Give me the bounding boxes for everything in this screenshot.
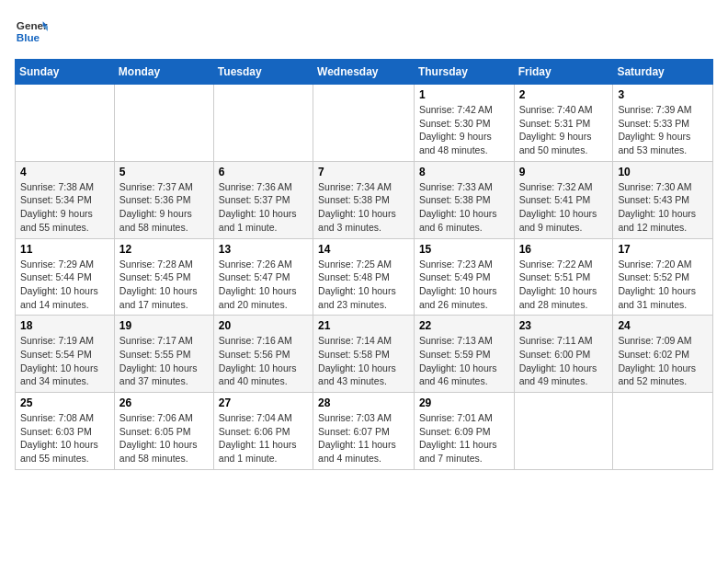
day-number: 16: [519, 243, 609, 256]
calendar-cell: 3Sunrise: 7:39 AMSunset: 5:33 PMDaylight…: [613, 85, 713, 162]
calendar-cell: [313, 85, 415, 162]
calendar-cell: 24Sunrise: 7:09 AMSunset: 6:02 PMDayligh…: [613, 316, 713, 393]
page-header: General Blue: [15, 15, 713, 48]
day-number: 9: [519, 166, 609, 178]
day-number: 5: [119, 166, 209, 178]
weekday-header: Friday: [514, 60, 613, 85]
day-number: 28: [318, 396, 409, 409]
day-info: Sunrise: 7:29 AMSunset: 5:44 PMDaylight:…: [20, 258, 109, 312]
day-info: Sunrise: 7:17 AMSunset: 5:55 PMDaylight:…: [119, 334, 209, 388]
day-info: Sunrise: 7:01 AMSunset: 6:09 PMDaylight:…: [419, 411, 509, 465]
day-number: 26: [119, 396, 209, 409]
calendar-cell: 10Sunrise: 7:30 AMSunset: 5:43 PMDayligh…: [613, 161, 713, 238]
calendar-cell: 15Sunrise: 7:23 AMSunset: 5:49 PMDayligh…: [414, 238, 514, 316]
logo-icon: General Blue: [15, 15, 48, 48]
day-info: Sunrise: 7:11 AMSunset: 6:00 PMDaylight:…: [519, 334, 609, 388]
calendar-cell: 17Sunrise: 7:20 AMSunset: 5:52 PMDayligh…: [613, 238, 713, 316]
calendar-cell: [213, 85, 313, 162]
day-info: Sunrise: 7:42 AMSunset: 5:30 PMDaylight:…: [419, 103, 509, 157]
day-number: 29: [419, 396, 509, 409]
day-info: Sunrise: 7:37 AMSunset: 5:36 PMDaylight:…: [119, 180, 209, 235]
calendar-cell: 11Sunrise: 7:29 AMSunset: 5:44 PMDayligh…: [16, 238, 115, 316]
day-info: Sunrise: 7:06 AMSunset: 6:05 PMDaylight:…: [119, 411, 209, 465]
weekday-header: Sunday: [16, 60, 115, 85]
calendar-week-row: 11Sunrise: 7:29 AMSunset: 5:44 PMDayligh…: [16, 238, 713, 316]
day-number: 10: [618, 166, 708, 178]
calendar-cell: 26Sunrise: 7:06 AMSunset: 6:05 PMDayligh…: [114, 393, 213, 470]
calendar-cell: 18Sunrise: 7:19 AMSunset: 5:54 PMDayligh…: [16, 316, 115, 393]
day-info: Sunrise: 7:34 AMSunset: 5:38 PMDaylight:…: [318, 180, 409, 235]
calendar-cell: 29Sunrise: 7:01 AMSunset: 6:09 PMDayligh…: [414, 393, 514, 470]
day-number: 7: [318, 166, 409, 178]
calendar-cell: 20Sunrise: 7:16 AMSunset: 5:56 PMDayligh…: [213, 316, 313, 393]
calendar-cell: 22Sunrise: 7:13 AMSunset: 5:59 PMDayligh…: [414, 316, 514, 393]
calendar-cell: 14Sunrise: 7:25 AMSunset: 5:48 PMDayligh…: [313, 238, 415, 316]
calendar-week-row: 25Sunrise: 7:08 AMSunset: 6:03 PMDayligh…: [16, 393, 713, 470]
day-info: Sunrise: 7:23 AMSunset: 5:49 PMDaylight:…: [419, 258, 509, 312]
day-info: Sunrise: 7:19 AMSunset: 5:54 PMDaylight:…: [20, 334, 109, 388]
calendar-cell: 21Sunrise: 7:14 AMSunset: 5:58 PMDayligh…: [313, 316, 415, 393]
calendar-cell: [613, 393, 713, 470]
day-number: 3: [618, 88, 708, 101]
day-number: 20: [219, 319, 308, 332]
calendar-cell: 5Sunrise: 7:37 AMSunset: 5:36 PMDaylight…: [114, 161, 213, 238]
weekday-header: Saturday: [613, 60, 713, 85]
day-info: Sunrise: 7:09 AMSunset: 6:02 PMDaylight:…: [618, 334, 708, 388]
day-info: Sunrise: 7:28 AMSunset: 5:45 PMDaylight:…: [119, 258, 209, 312]
calendar-week-row: 1Sunrise: 7:42 AMSunset: 5:30 PMDaylight…: [16, 85, 713, 162]
day-number: 6: [219, 166, 308, 178]
calendar-cell: 19Sunrise: 7:17 AMSunset: 5:55 PMDayligh…: [114, 316, 213, 393]
day-info: Sunrise: 7:04 AMSunset: 6:06 PMDaylight:…: [219, 411, 308, 465]
day-number: 13: [219, 243, 308, 256]
day-info: Sunrise: 7:08 AMSunset: 6:03 PMDaylight:…: [20, 411, 109, 465]
day-info: Sunrise: 7:14 AMSunset: 5:58 PMDaylight:…: [318, 334, 409, 388]
day-info: Sunrise: 7:20 AMSunset: 5:52 PMDaylight:…: [618, 258, 708, 312]
calendar-cell: 6Sunrise: 7:36 AMSunset: 5:37 PMDaylight…: [213, 161, 313, 238]
day-number: 15: [419, 243, 509, 256]
day-number: 12: [119, 243, 209, 256]
day-number: 22: [419, 319, 509, 332]
calendar-cell: 27Sunrise: 7:04 AMSunset: 6:06 PMDayligh…: [213, 393, 313, 470]
day-number: 8: [419, 166, 509, 178]
day-info: Sunrise: 7:39 AMSunset: 5:33 PMDaylight:…: [618, 103, 708, 157]
day-number: 17: [618, 243, 708, 256]
calendar-cell: 8Sunrise: 7:33 AMSunset: 5:38 PMDaylight…: [414, 161, 514, 238]
day-number: 24: [618, 319, 708, 332]
day-info: Sunrise: 7:03 AMSunset: 6:07 PMDaylight:…: [318, 411, 409, 465]
day-number: 1: [419, 88, 509, 101]
calendar-cell: 7Sunrise: 7:34 AMSunset: 5:38 PMDaylight…: [313, 161, 415, 238]
day-number: 21: [318, 319, 409, 332]
day-info: Sunrise: 7:40 AMSunset: 5:31 PMDaylight:…: [519, 103, 609, 157]
day-number: 27: [219, 396, 308, 409]
svg-text:Blue: Blue: [17, 31, 40, 43]
day-number: 25: [20, 396, 109, 409]
weekday-header-row: SundayMondayTuesdayWednesdayThursdayFrid…: [16, 60, 713, 85]
weekday-header: Thursday: [414, 60, 514, 85]
day-info: Sunrise: 7:38 AMSunset: 5:34 PMDaylight:…: [20, 180, 109, 235]
day-number: 23: [519, 319, 609, 332]
day-info: Sunrise: 7:32 AMSunset: 5:41 PMDaylight:…: [519, 180, 609, 235]
calendar-table: SundayMondayTuesdayWednesdayThursdayFrid…: [15, 59, 713, 470]
calendar-cell: 16Sunrise: 7:22 AMSunset: 5:51 PMDayligh…: [514, 238, 613, 316]
calendar-cell: 28Sunrise: 7:03 AMSunset: 6:07 PMDayligh…: [313, 393, 415, 470]
day-number: 19: [119, 319, 209, 332]
calendar-cell: 25Sunrise: 7:08 AMSunset: 6:03 PMDayligh…: [16, 393, 115, 470]
calendar-cell: [16, 85, 115, 162]
calendar-cell: 4Sunrise: 7:38 AMSunset: 5:34 PMDaylight…: [16, 161, 115, 238]
day-number: 18: [20, 319, 109, 332]
calendar-week-row: 4Sunrise: 7:38 AMSunset: 5:34 PMDaylight…: [16, 161, 713, 238]
calendar-cell: 9Sunrise: 7:32 AMSunset: 5:41 PMDaylight…: [514, 161, 613, 238]
calendar-cell: 1Sunrise: 7:42 AMSunset: 5:30 PMDaylight…: [414, 85, 514, 162]
day-info: Sunrise: 7:36 AMSunset: 5:37 PMDaylight:…: [219, 180, 308, 235]
day-info: Sunrise: 7:26 AMSunset: 5:47 PMDaylight:…: [219, 258, 308, 312]
weekday-header: Tuesday: [213, 60, 313, 85]
calendar-cell: [114, 85, 213, 162]
day-info: Sunrise: 7:25 AMSunset: 5:48 PMDaylight:…: [318, 258, 409, 312]
calendar-cell: 12Sunrise: 7:28 AMSunset: 5:45 PMDayligh…: [114, 238, 213, 316]
day-number: 4: [20, 166, 109, 178]
day-info: Sunrise: 7:13 AMSunset: 5:59 PMDaylight:…: [419, 334, 509, 388]
day-number: 2: [519, 88, 609, 101]
calendar-cell: 2Sunrise: 7:40 AMSunset: 5:31 PMDaylight…: [514, 85, 613, 162]
calendar-cell: [514, 393, 613, 470]
logo: General Blue: [15, 15, 48, 48]
